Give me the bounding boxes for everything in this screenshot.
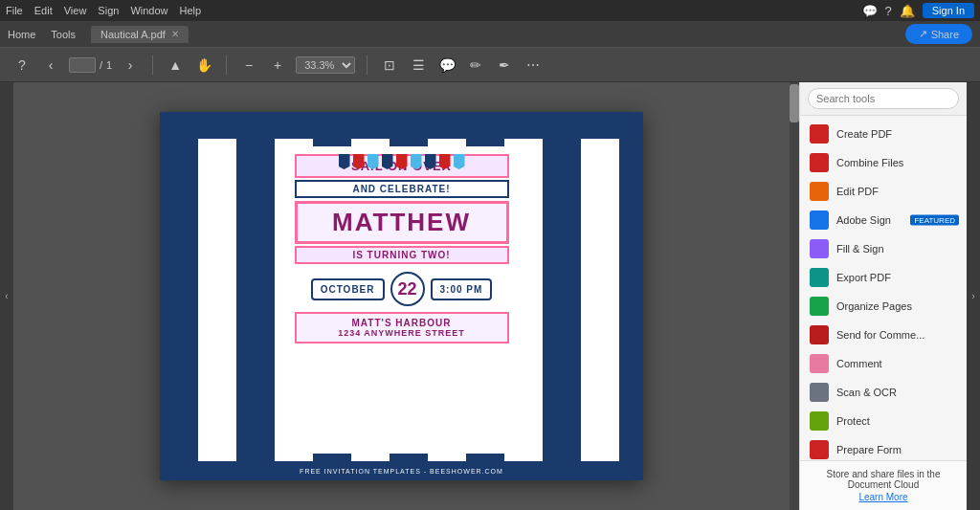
flag1 bbox=[339, 154, 350, 169]
flag5 bbox=[396, 154, 408, 169]
share-button[interactable]: ↗ Share bbox=[905, 24, 972, 44]
tool-icon-prepare-form bbox=[810, 440, 829, 459]
page-number-input[interactable]: 1 bbox=[69, 57, 96, 73]
flag7 bbox=[425, 154, 436, 169]
tool-label-edit-pdf: Edit PDF bbox=[836, 186, 879, 197]
comment-icon[interactable]: 💬 bbox=[436, 55, 457, 76]
tool-icon-comment bbox=[810, 354, 829, 373]
fit-page-icon[interactable]: ⊡ bbox=[379, 55, 400, 76]
tool-label-export-pdf: Export PDF bbox=[836, 272, 891, 283]
date-time: 3:00 PM bbox=[431, 278, 493, 300]
tool-label-fill-sign: Fill & Sign bbox=[836, 243, 884, 255]
tool-item-adobe-sign[interactable]: Adobe SignFEATURED bbox=[800, 206, 967, 234]
flag9 bbox=[454, 154, 465, 169]
flag3 bbox=[368, 154, 379, 169]
right-panel: Create PDFCombine FilesEdit PDFAdobe Sig… bbox=[799, 82, 967, 510]
page-navigation: 1 / 1 bbox=[69, 57, 112, 73]
page-total: 1 bbox=[106, 59, 112, 71]
right-panel-toggle[interactable]: › bbox=[967, 82, 980, 510]
menu-sign[interactable]: Sign bbox=[98, 5, 119, 16]
tool-icon-export-pdf bbox=[810, 268, 829, 287]
menu-window[interactable]: Window bbox=[130, 5, 167, 16]
tool-label-scan-ocr: Scan & OCR bbox=[836, 387, 897, 398]
menu-edit[interactable]: Edit bbox=[34, 5, 53, 16]
tool-item-send-comment[interactable]: Send for Comme... bbox=[800, 321, 967, 349]
featured-badge-adobe-sign: FEATURED bbox=[910, 215, 959, 226]
menu-view[interactable]: View bbox=[64, 5, 87, 16]
hand-tool-icon[interactable]: ✋ bbox=[193, 55, 214, 76]
zoom-out-icon[interactable]: − bbox=[238, 55, 259, 76]
tool-icon-protect bbox=[810, 411, 829, 431]
tool-item-prepare-form[interactable]: Prepare Form bbox=[800, 435, 967, 460]
help-icon[interactable]: ? bbox=[885, 4, 892, 18]
menu-file[interactable]: File bbox=[6, 5, 23, 16]
flag8 bbox=[439, 154, 451, 169]
tool-icon-edit-pdf bbox=[810, 182, 829, 201]
tool-icon-create-pdf bbox=[810, 124, 829, 144]
tool-item-create-pdf[interactable]: Create PDF bbox=[800, 120, 967, 148]
flag6 bbox=[411, 154, 422, 169]
venue-name: MATT'S HARBOUR bbox=[301, 318, 503, 328]
stripe-bottom: FREE INVITATION TEMPLATES - BEESHOWER.CO… bbox=[160, 461, 643, 480]
tools-link[interactable]: Tools bbox=[51, 29, 76, 40]
home-link[interactable]: Home bbox=[8, 29, 35, 40]
left-panel-toggle[interactable]: ‹ bbox=[0, 82, 13, 510]
tool-icon-fill-sign bbox=[810, 239, 829, 258]
search-tools-input[interactable] bbox=[808, 88, 959, 109]
pencil-icon[interactable]: ✏ bbox=[465, 55, 486, 76]
zoom-select[interactable]: 33.3% 50% 75% 100% bbox=[296, 56, 355, 74]
scrollbar-thumb[interactable] bbox=[790, 84, 799, 122]
help-circle-icon[interactable]: ? bbox=[11, 55, 33, 76]
banner-flags bbox=[258, 141, 546, 169]
document-tab[interactable]: Nautical A.pdf ✕ bbox=[91, 26, 189, 43]
tool-item-edit-pdf[interactable]: Edit PDF bbox=[800, 177, 967, 206]
center-panel: SAIL ON OVER AND CELEBRATE! MATTHEW IS T… bbox=[287, 146, 517, 454]
select-tool-icon[interactable]: ▲ bbox=[165, 55, 186, 76]
cloud-text: Store and share files in the Document Cl… bbox=[827, 469, 941, 490]
pdf-viewer[interactable]: SAIL ON OVER AND CELEBRATE! MATTHEW IS T… bbox=[13, 82, 790, 510]
tool-item-scan-ocr[interactable]: Scan & OCR bbox=[800, 378, 967, 407]
tools-list: Create PDFCombine FilesEdit PDFAdobe Sig… bbox=[800, 116, 967, 460]
stripe-top bbox=[160, 112, 643, 139]
tool-item-fill-sign[interactable]: Fill & Sign bbox=[800, 234, 967, 263]
tool-icon-send-comment bbox=[810, 325, 829, 344]
more-tools-icon[interactable]: ⋯ bbox=[523, 55, 544, 76]
page-separator: / bbox=[100, 59, 102, 71]
tool-item-protect[interactable]: Protect bbox=[800, 407, 967, 435]
scroll-mode-icon[interactable]: ☰ bbox=[408, 55, 429, 76]
content-area: SAIL ON OVER AND CELEBRATE! MATTHEW IS T… bbox=[160, 139, 643, 461]
menu-help[interactable]: Help bbox=[180, 5, 202, 16]
search-tools-area bbox=[800, 82, 967, 116]
sign-in-button[interactable]: Sign In bbox=[923, 3, 974, 18]
tool-item-organize-pages[interactable]: Organize Pages bbox=[800, 292, 967, 321]
title-bar-right: 💬 ? 🔔 Sign In bbox=[862, 3, 974, 18]
tool-item-comment[interactable]: Comment bbox=[800, 349, 967, 378]
chat-icon[interactable]: 💬 bbox=[862, 4, 878, 18]
nav-next-icon[interactable]: › bbox=[120, 55, 141, 76]
share-icon: ↗ bbox=[919, 28, 927, 40]
nav-prev-icon[interactable]: ‹ bbox=[40, 55, 61, 76]
separator2 bbox=[226, 55, 227, 75]
date-row: OCTOBER 22 3:00 PM bbox=[295, 272, 509, 306]
tool-icon-scan-ocr bbox=[810, 383, 829, 402]
learn-more-link[interactable]: Learn More bbox=[810, 492, 957, 502]
tab-label: Nautical A.pdf bbox=[100, 29, 166, 40]
bell-icon[interactable]: 🔔 bbox=[900, 4, 915, 18]
turning-text: IS TURNING TWO! bbox=[295, 246, 509, 264]
viewer-scrollbar[interactable] bbox=[790, 82, 799, 510]
tool-item-export-pdf[interactable]: Export PDF bbox=[800, 263, 967, 292]
signature-icon[interactable]: ✒ bbox=[494, 55, 515, 76]
tool-item-combine-files[interactable]: Combine Files bbox=[800, 148, 967, 177]
tool-label-organize-pages: Organize Pages bbox=[836, 300, 912, 312]
title-bar: File Edit View Sign Window Help 💬 ? 🔔 Si… bbox=[0, 0, 980, 21]
tool-label-create-pdf: Create PDF bbox=[836, 128, 892, 140]
tab-close-icon[interactable]: ✕ bbox=[171, 29, 179, 39]
share-label: Share bbox=[931, 29, 959, 40]
zoom-in-icon[interactable]: + bbox=[267, 55, 288, 76]
venue-address: 1234 ANYWHERE STREET bbox=[301, 328, 503, 338]
cloud-section: Store and share files in the Document Cl… bbox=[800, 460, 967, 510]
tool-label-send-comment: Send for Comme... bbox=[836, 329, 924, 341]
pdf-page: SAIL ON OVER AND CELEBRATE! MATTHEW IS T… bbox=[160, 112, 643, 480]
menu-bar: File Edit View Sign Window Help bbox=[6, 5, 201, 16]
tool-label-combine-files: Combine Files bbox=[836, 157, 903, 168]
